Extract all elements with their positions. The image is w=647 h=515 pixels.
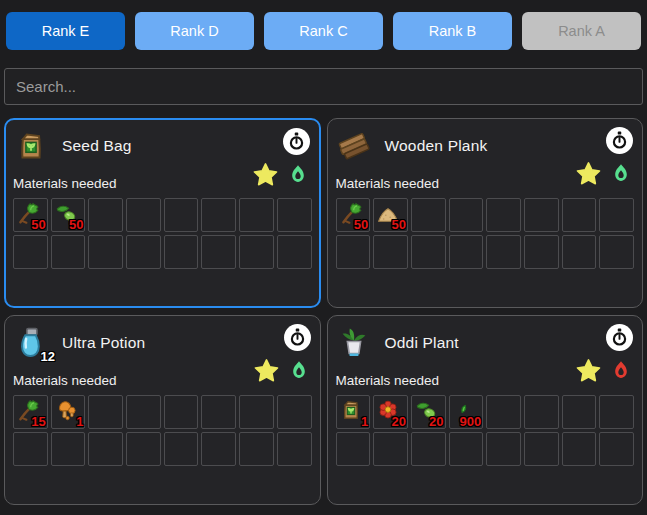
material-slot xyxy=(336,235,371,269)
material-slot xyxy=(449,235,484,269)
material-slot-grid: 5050 xyxy=(336,198,635,269)
rank-c-button[interactable]: Rank C xyxy=(264,12,383,50)
material-quantity: 1 xyxy=(76,414,83,429)
rank-e-button[interactable]: Rank E xyxy=(6,12,125,50)
material-slot xyxy=(562,395,597,429)
material-quantity: 15 xyxy=(31,414,45,429)
material-slot xyxy=(599,235,634,269)
crafting-screen: { "colors": { "rank_active": "#0e67c6", … xyxy=(0,0,647,515)
material-slot-grid: 151 xyxy=(13,395,312,466)
material-slot xyxy=(239,235,274,269)
stopwatch-icon xyxy=(286,131,307,152)
material-slot-grid: 12020900 xyxy=(336,395,635,466)
material-slot xyxy=(88,198,123,232)
timer-button[interactable] xyxy=(283,128,310,155)
material-slot: 1 xyxy=(336,395,371,429)
stopwatch-icon xyxy=(609,327,630,348)
material-slot: 15 xyxy=(13,395,48,429)
stack-count: 12 xyxy=(41,349,55,364)
recipe-card-wooden-plank[interactable]: Wooden Plank Materials needed 5050 xyxy=(327,118,644,308)
material-slot xyxy=(524,235,559,269)
material-slot: 20 xyxy=(373,395,408,429)
material-slot xyxy=(277,432,312,466)
potted-plant-icon xyxy=(336,325,372,361)
material-slot xyxy=(277,395,312,429)
material-slot xyxy=(88,432,123,466)
material-slot xyxy=(126,198,161,232)
material-slot: 50 xyxy=(51,198,86,232)
recipe-card-oddi-plant[interactable]: Oddi Plant Materials needed 12020900 xyxy=(327,315,644,505)
seed-bag-icon xyxy=(13,128,49,164)
material-slot xyxy=(599,432,634,466)
material-slot xyxy=(524,432,559,466)
wooden-plank-icon xyxy=(336,128,372,164)
seed-bag-icon xyxy=(338,397,364,423)
material-slot xyxy=(411,198,446,232)
material-slot xyxy=(486,235,521,269)
material-quantity: 50 xyxy=(354,217,368,232)
craft-flame-icon xyxy=(609,359,633,383)
material-slot xyxy=(126,432,161,466)
material-quantity: 20 xyxy=(391,414,405,429)
material-slot xyxy=(201,432,236,466)
rank-b-button[interactable]: Rank B xyxy=(393,12,512,50)
material-slot xyxy=(164,432,199,466)
material-slot xyxy=(562,432,597,466)
rank-filter-bar: Rank E Rank D Rank C Rank B Rank A xyxy=(0,0,647,50)
favorite-star-icon[interactable] xyxy=(253,357,280,384)
material-slot xyxy=(277,235,312,269)
material-slot: 1 xyxy=(51,395,86,429)
recipe-title: Seed Bag xyxy=(62,137,132,155)
recipe-title: Ultra Potion xyxy=(62,334,145,352)
craft-flame-icon xyxy=(609,162,633,186)
material-slot xyxy=(126,395,161,429)
material-slot xyxy=(239,198,274,232)
potion-icon: 12 xyxy=(13,325,49,361)
material-slot xyxy=(449,198,484,232)
recipe-card-seed-bag[interactable]: Seed Bag Materials needed 5050 xyxy=(4,118,321,308)
material-slot xyxy=(524,198,559,232)
material-slot xyxy=(13,432,48,466)
favorite-star-icon[interactable] xyxy=(575,160,602,187)
material-slot xyxy=(411,432,446,466)
timer-button[interactable] xyxy=(284,324,311,351)
material-slot xyxy=(126,235,161,269)
material-slot xyxy=(524,395,559,429)
material-quantity: 50 xyxy=(391,217,405,232)
material-quantity: 1 xyxy=(361,414,368,429)
stopwatch-icon xyxy=(287,327,308,348)
material-slot xyxy=(449,432,484,466)
material-slot xyxy=(88,395,123,429)
material-slot xyxy=(201,235,236,269)
material-slot xyxy=(373,235,408,269)
favorite-star-icon[interactable] xyxy=(252,161,279,188)
material-slot xyxy=(562,198,597,232)
material-slot xyxy=(411,235,446,269)
material-slot xyxy=(164,235,199,269)
search-input[interactable] xyxy=(4,68,643,105)
mushrooms-icon xyxy=(53,397,79,423)
material-slot xyxy=(562,235,597,269)
material-slot xyxy=(336,432,371,466)
material-slot: 50 xyxy=(13,198,48,232)
favorite-star-icon[interactable] xyxy=(575,357,602,384)
rank-d-button[interactable]: Rank D xyxy=(135,12,254,50)
recipe-card-ultra-potion[interactable]: 12 Ultra Potion Materials needed 151 xyxy=(4,315,321,505)
material-slot xyxy=(201,395,236,429)
material-slot: 50 xyxy=(373,198,408,232)
material-slot xyxy=(486,395,521,429)
material-slot xyxy=(164,395,199,429)
material-slot xyxy=(164,198,199,232)
craft-flame-icon xyxy=(287,359,311,383)
material-slot xyxy=(599,198,634,232)
material-slot xyxy=(88,235,123,269)
material-quantity: 900 xyxy=(460,414,482,429)
material-quantity: 20 xyxy=(429,414,443,429)
timer-button[interactable] xyxy=(606,127,633,154)
material-slot xyxy=(239,395,274,429)
material-slot xyxy=(239,432,274,466)
material-slot xyxy=(486,432,521,466)
craft-flame-icon xyxy=(286,163,310,187)
timer-button[interactable] xyxy=(606,324,633,351)
rank-a-button[interactable]: Rank A xyxy=(522,12,641,50)
